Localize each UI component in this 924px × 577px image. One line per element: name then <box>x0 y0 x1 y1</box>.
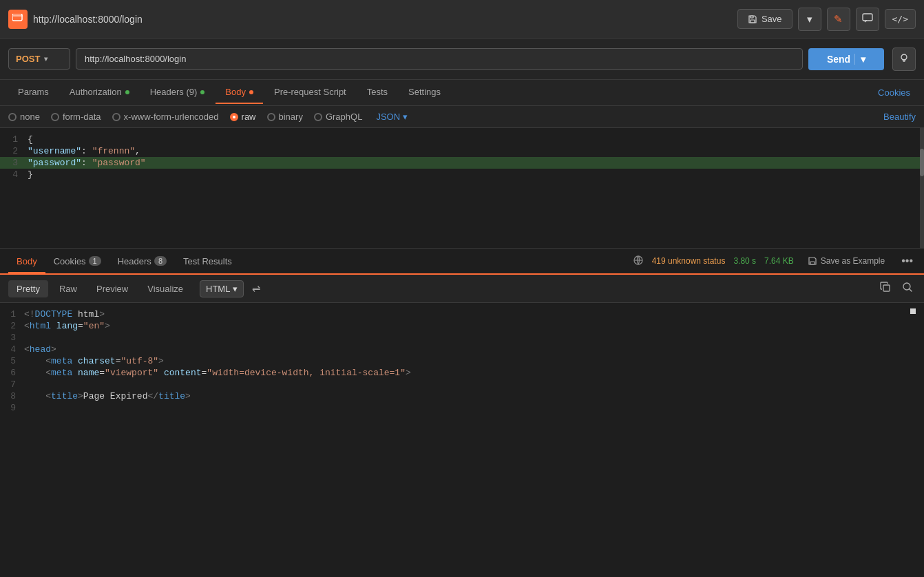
save-example-label: Save as Example <box>821 256 885 266</box>
more-button[interactable]: ••• <box>899 252 916 270</box>
save-dropdown-button[interactable]: ▾ <box>798 8 821 31</box>
resp-line-5: 5 <meta charset="utf-8"> <box>0 355 924 367</box>
send-button[interactable]: Send ▾ <box>808 48 884 70</box>
radio-raw[interactable]: raw <box>230 112 256 122</box>
resp-tab-cookies[interactable]: Cookies 1 <box>45 251 109 273</box>
method-label: POST <box>16 54 40 64</box>
pretty-label: Pretty <box>17 284 40 294</box>
tab-tests[interactable]: Tests <box>357 81 397 104</box>
req-line-num-3: 3 <box>0 158 28 168</box>
resp-tab-test-results[interactable]: Test Results <box>175 251 240 273</box>
response-code-editor[interactable]: 1 <!DOCTYPE html> 2 <html lang="en"> 3 4… <box>0 303 924 577</box>
radio-graphql[interactable]: GraphQL <box>314 112 362 122</box>
wrap-button[interactable]: ⇌ <box>246 280 266 297</box>
tab-body-label: Body <box>225 87 246 97</box>
json-label: JSON <box>376 112 400 122</box>
resp-line-8: 8 <title>Page Expired</title> <box>0 390 924 402</box>
beautify-button[interactable]: Beautify <box>883 112 916 122</box>
format-select[interactable]: HTML ▾ <box>200 280 244 297</box>
req-line-2: 2 "username": "frennn", <box>0 145 924 157</box>
lightbulb-icon <box>899 52 910 65</box>
request-code-section: 1 { 2 "username": "frennn", 3 "password"… <box>0 128 924 249</box>
copy-button[interactable] <box>877 279 894 298</box>
radio-urlencoded[interactable]: x-www-form-urlencoded <box>112 112 219 122</box>
req-line-num-2: 2 <box>0 146 28 156</box>
resp-body-tab-pretty[interactable]: Pretty <box>8 280 48 297</box>
request-bar: POST ▾ Send ▾ <box>0 39 924 80</box>
lightbulb-button[interactable] <box>892 48 916 71</box>
save-button[interactable]: Save <box>737 9 792 29</box>
json-select[interactable]: JSON ▾ <box>376 112 408 122</box>
chevron-down-icon: ▾ <box>807 13 812 25</box>
cookies-badge: 1 <box>89 256 101 266</box>
save-example-button[interactable]: Save as Example <box>802 253 890 269</box>
search-button[interactable] <box>899 279 916 298</box>
edit-button[interactable]: ✎ <box>827 8 850 31</box>
tab-authorization[interactable]: Authorization <box>60 81 139 104</box>
resp-body-tab-preview[interactable]: Preview <box>88 280 136 297</box>
svg-rect-9 <box>883 285 890 291</box>
radio-binary[interactable]: binary <box>267 112 303 122</box>
resp-tab-body[interactable]: Body <box>8 251 45 273</box>
radio-graphql-circle <box>314 113 322 121</box>
resp-line-7: 7 <box>0 379 924 390</box>
resp-line-1: 1 <!DOCTYPE html> <box>0 308 924 320</box>
resp-line-2: 2 <html lang="en"> <box>0 320 924 332</box>
code-button[interactable]: </> <box>885 9 916 29</box>
radio-binary-circle <box>267 113 275 121</box>
comment-button[interactable] <box>856 8 879 31</box>
radio-urlencoded-circle <box>112 113 120 121</box>
resp-body-tab-visualize[interactable]: Visualize <box>139 280 191 297</box>
resp-body-tabs: Pretty Raw Preview Visualize HTML ▾ ⇌ <box>0 275 924 303</box>
preview-label: Preview <box>96 284 128 294</box>
tab-headers[interactable]: Headers (9) <box>140 81 215 104</box>
postman-icon <box>8 10 28 29</box>
tab-body[interactable]: Body <box>216 81 263 104</box>
resp-tab-headers[interactable]: Headers 8 <box>109 251 175 273</box>
radio-raw-label: raw <box>242 112 256 122</box>
cursor-indicator <box>910 308 916 314</box>
request-scrollbar[interactable] <box>920 128 924 249</box>
comment-icon <box>862 13 873 25</box>
svg-point-5 <box>901 54 907 60</box>
resp-line-3: 3 <box>0 332 924 344</box>
more-icon: ••• <box>901 255 913 266</box>
request-tabs: Params Authorization Headers (9) Body Pr… <box>0 80 924 106</box>
radio-form-data[interactable]: form-data <box>51 112 101 122</box>
cookies-button[interactable]: Cookies <box>872 85 916 101</box>
radio-form-data-label: form-data <box>63 112 101 122</box>
code-icon: </> <box>892 14 908 24</box>
response-time: 3.80 s <box>733 256 756 266</box>
resp-line-6: 6 <meta name="viewport" content="width=d… <box>0 367 924 379</box>
resp-tab-body-label: Body <box>17 256 37 266</box>
resp-body-tab-raw[interactable]: Raw <box>51 280 85 297</box>
tab-headers-label: Headers (9) <box>150 87 198 97</box>
url-input[interactable] <box>76 48 803 70</box>
tab-pre-request[interactable]: Pre-request Script <box>264 81 356 104</box>
headers-dot <box>200 90 204 94</box>
top-bar: http://localhost:8000/login Save ▾ ✎ </> <box>0 0 924 39</box>
tab-params[interactable]: Params <box>8 81 59 104</box>
tab-settings[interactable]: Settings <box>399 81 450 104</box>
format-label: HTML <box>206 284 230 294</box>
radio-none-circle <box>8 113 17 121</box>
top-actions: Save ▾ ✎ </> <box>737 8 916 31</box>
radio-form-data-circle <box>51 113 59 121</box>
resp-line-9: 9 <box>0 402 924 414</box>
radio-none[interactable]: none <box>8 112 40 122</box>
resp-tab-headers-label: Headers <box>118 256 151 266</box>
globe-icon <box>633 255 644 268</box>
req-line-1: 1 { <box>0 134 924 145</box>
top-bar-url: http://localhost:8000/login <box>33 14 143 25</box>
edit-icon: ✎ <box>834 13 843 25</box>
request-code-editor[interactable]: 1 { 2 "username": "frennn", 3 "password"… <box>0 128 924 249</box>
response-code-section: 1 <!DOCTYPE html> 2 <html lang="en"> 3 4… <box>0 303 924 577</box>
method-select[interactable]: POST ▾ <box>8 48 70 70</box>
req-line-3: 3 "password": "password" <box>0 157 924 169</box>
visualize-label: Visualize <box>147 284 183 294</box>
wrap-icon: ⇌ <box>252 282 261 294</box>
json-arrow: ▾ <box>403 112 408 122</box>
body-dot <box>249 90 253 94</box>
authorization-dot <box>125 90 129 94</box>
req-line-num-4: 4 <box>0 169 28 180</box>
